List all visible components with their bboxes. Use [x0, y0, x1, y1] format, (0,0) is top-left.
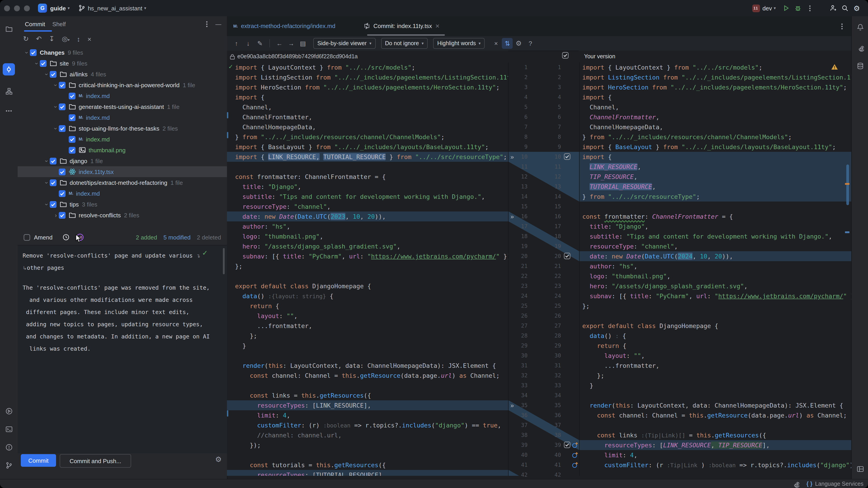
panel-options-icon[interactable] [201, 18, 213, 30]
commit-button[interactable]: Commit [21, 454, 56, 467]
commit-options-gear-icon[interactable]: ⚙ [215, 455, 222, 464]
tree-row-index-md[interactable]: M↓index.md [18, 134, 227, 144]
prev-difference-icon[interactable]: ↑ [230, 40, 242, 47]
code-line-30[interactable] [227, 351, 508, 361]
code-line-38[interactable]: //channel: channel.url, [227, 430, 508, 440]
code-line-20[interactable]: subnav: [{ title: "PyCharm", url: "https… [227, 251, 508, 261]
code-line-42[interactable]: resourceTypes: [TUTORIAL_RESOURCE] [227, 470, 508, 476]
commit-and-push-button[interactable]: Commit and Push... [60, 454, 131, 468]
run-icon[interactable] [780, 2, 792, 14]
code-line-25[interactable]: return { [227, 301, 508, 311]
go-right-icon[interactable]: → [285, 40, 297, 47]
collapse-all-icon[interactable]: × [88, 35, 92, 43]
run-config-selector[interactable]: dev [763, 5, 772, 11]
code-line-11[interactable] [227, 162, 508, 172]
code-line-39[interactable]: resourceTypes: [LINK_RESOURCE, TIP_RESOU… [579, 440, 851, 450]
highlight-policy-dropdown[interactable]: Highlight words▾ [433, 38, 485, 49]
settings-gear-icon[interactable]: ⚙ [851, 2, 863, 14]
code-line-10[interactable]: import { [579, 152, 851, 162]
window-zoom-button[interactable] [24, 5, 30, 11]
tree-row-index-md[interactable]: M↓index.md [18, 188, 227, 199]
project-switcher[interactable]: guide [50, 5, 66, 11]
run-tool-icon[interactable] [3, 405, 15, 417]
code-line-15[interactable] [579, 201, 851, 212]
revert-change-icon[interactable] [572, 452, 578, 458]
change-marker-icon[interactable]: » [510, 400, 513, 410]
diff-left-pane[interactable]: import { LayoutContext } from "../../src… [227, 62, 508, 476]
tree-row-index-md[interactable]: M↓index.md [18, 90, 227, 101]
amend-checkbox[interactable] [24, 234, 30, 240]
tree-row-thumbnail-png[interactable]: thumbnail.png [18, 144, 227, 156]
tab-index-md[interactable]: M↓ extract-method-refactoring/index.md [233, 16, 336, 36]
code-line-31[interactable]: ...frontmatter, [579, 361, 851, 370]
tree-chevron-icon[interactable]: › [53, 104, 59, 109]
tree-checkbox[interactable] [59, 125, 66, 132]
database-icon[interactable] [854, 60, 866, 72]
window-minimize-button[interactable] [14, 5, 20, 11]
editor-options-icon[interactable] [836, 20, 848, 32]
tree-chevron-icon[interactable]: › [43, 158, 50, 164]
code-line-16[interactable]: date: new Date(Date.UTC(2023, 10, 20)), [227, 212, 508, 221]
code-line-17[interactable]: author: "hs", [227, 221, 508, 231]
code-line-22[interactable] [227, 271, 508, 281]
language-services-status[interactable]: Language Services [815, 481, 864, 487]
diff-settings-gear-icon[interactable]: ⚙ [513, 39, 524, 47]
warning-icon[interactable] [831, 64, 838, 70]
change-marker-icon[interactable]: » [510, 152, 513, 162]
tree-chevron-icon[interactable]: › [43, 71, 50, 77]
code-line-33[interactable] [227, 381, 508, 390]
code-line-37[interactable] [579, 420, 851, 430]
branch-switcher[interactable]: hs_new_ai_assistant [88, 5, 142, 11]
version-control-icon[interactable] [3, 459, 15, 471]
code-line-1[interactable]: import { LayoutContext } from "../../src… [227, 62, 508, 72]
code-line-24[interactable]: data() :{layout: string} { [227, 291, 508, 301]
code-line-14[interactable]: } from "../../src/resourceType"; [579, 192, 851, 201]
tree-checkbox[interactable] [59, 212, 66, 219]
code-line-26[interactable]: layout: "", [227, 311, 508, 321]
include-change-checkbox[interactable] [564, 253, 570, 259]
code-line-23[interactable]: export default class DjangoHomepage { [227, 281, 508, 291]
code-line-27[interactable]: ...frontmatter, [227, 321, 508, 331]
debug-icon[interactable] [792, 2, 804, 14]
ai-status-icon[interactable] [792, 480, 799, 488]
more-tools-icon[interactable] [3, 105, 15, 117]
code-line-19[interactable]: hero: "/assets/django_splash_gradient.sv… [227, 241, 508, 251]
code-line-27[interactable]: export default class DjangoHomepage { [579, 321, 851, 331]
close-icon[interactable]: ✕ [435, 23, 440, 29]
commit-message-area[interactable]: Remove 'resolve-conflicts' page and upda… [18, 245, 227, 453]
tree-chevron-icon[interactable]: › [43, 201, 50, 207]
help-icon[interactable]: ? [524, 40, 536, 47]
tree-row-ai-links[interactable]: ›ai/links4 files [18, 69, 227, 79]
diff-right-pane[interactable]: import { LayoutContext } from "../../src… [579, 62, 851, 476]
code-line-16[interactable]: const frontmatter: ChannelFrontmatter = … [579, 212, 851, 221]
code-line-11[interactable]: LINK_RESOURCE, [579, 162, 851, 172]
code-line-5[interactable]: Channel, [227, 102, 508, 112]
code-line-21[interactable]: }; [227, 261, 508, 271]
ignore-policy-dropdown[interactable]: Do not ignore▾ [381, 38, 428, 49]
code-line-26[interactable] [579, 311, 851, 321]
code-line-19[interactable]: resourceType: "channel", [579, 241, 851, 251]
tab-commit[interactable]: Commit [25, 21, 45, 27]
next-difference-icon[interactable]: ↓ [242, 40, 254, 47]
code-line-34[interactable]: const links = this.getResources({ [227, 390, 508, 400]
code-line-9[interactable]: import { BaseLayout } from "../../_inclu… [579, 142, 851, 152]
code-line-8[interactable]: } from "../../_includes/resources/channe… [227, 132, 508, 142]
tree-chevron-icon[interactable]: › [53, 125, 59, 131]
code-line-4[interactable]: import { [227, 92, 508, 102]
code-line-4[interactable]: import { [579, 92, 851, 102]
code-line-34[interactable] [579, 390, 851, 400]
code-line-2[interactable]: import ListingSection from "../../_inclu… [227, 72, 508, 82]
code-line-28[interactable]: }; [227, 331, 508, 341]
tree-row-tips[interactable]: ›tips3 files [18, 199, 227, 210]
tab-commit-diff[interactable]: Commit: index.11ty.tsx ✕ [364, 16, 440, 36]
code-line-41[interactable]: const tutorials = this.getResources({ [227, 460, 508, 470]
code-line-10[interactable]: import { LINK_RESOURCE, TUTORIAL_RESOURC… [227, 152, 508, 162]
viewer-mode-dropdown[interactable]: Side-by-side viewer▾ [313, 38, 375, 49]
code-line-8[interactable]: } from "../../_includes/resources/channe… [579, 132, 851, 142]
code-line-36[interactable]: limit: 4, [227, 410, 508, 420]
code-line-18[interactable]: subtitle: "Tips and content for developm… [579, 231, 851, 241]
sync-scroll-icon[interactable]: ⇅ [502, 38, 513, 49]
tree-checkbox[interactable] [30, 49, 37, 56]
message-scrollbar[interactable] [223, 248, 225, 274]
tree-row-site[interactable]: ›site9 files [18, 58, 227, 69]
